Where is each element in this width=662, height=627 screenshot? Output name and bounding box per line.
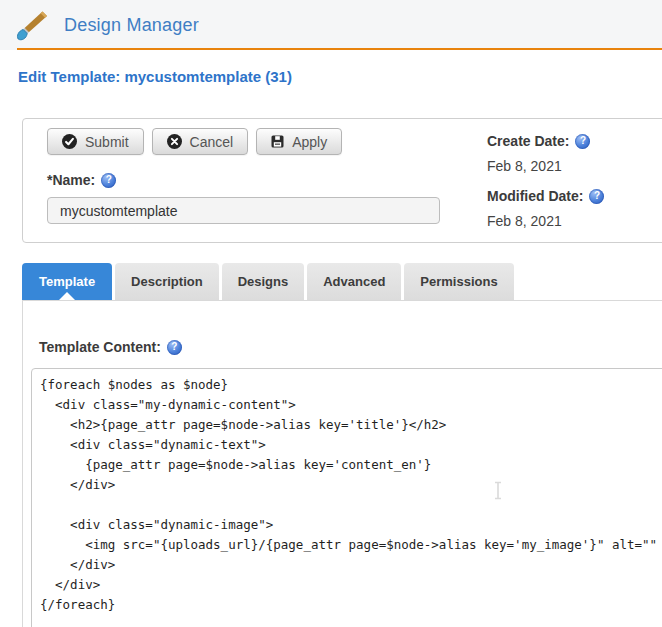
page-title: Edit Template: mycustomtemplate (31) bbox=[18, 68, 662, 88]
create-date-value: Feb 8, 2021 bbox=[487, 158, 604, 174]
x-circle-icon bbox=[167, 134, 182, 149]
tab-template[interactable]: Template bbox=[22, 263, 112, 300]
modified-date-group: Modified Date: ? Feb 8, 2021 bbox=[487, 188, 604, 229]
check-circle-icon bbox=[62, 134, 77, 149]
help-icon[interactable]: ? bbox=[589, 189, 604, 204]
apply-button-label: Apply bbox=[292, 134, 327, 150]
create-date-label: Create Date: ? bbox=[487, 133, 604, 149]
submit-button-label: Submit bbox=[85, 134, 129, 150]
help-icon[interactable]: ? bbox=[575, 134, 590, 149]
panel-right-column: Create Date: ? Feb 8, 2021 Modified Date… bbox=[463, 119, 604, 242]
cancel-button[interactable]: Cancel bbox=[152, 128, 249, 155]
action-button-row: Submit Cancel Apply bbox=[47, 128, 463, 155]
create-date-group: Create Date: ? Feb 8, 2021 bbox=[487, 133, 604, 174]
save-floppy-icon bbox=[271, 135, 284, 148]
template-content-label: Template Content: ? bbox=[39, 339, 662, 355]
template-content-textarea[interactable]: {foreach $nodes as $node} <div class="my… bbox=[31, 368, 662, 627]
template-code: {foreach $nodes as $node} <div class="my… bbox=[40, 375, 662, 615]
tab-permissions[interactable]: Permissions bbox=[404, 263, 513, 300]
name-field-label: *Name: ? bbox=[47, 172, 463, 188]
design-manager-page: Design Manager Edit Template: mycustomte… bbox=[0, 0, 662, 627]
tab-bar: Template Description Designs Advanced Pe… bbox=[22, 263, 662, 300]
template-tab-panel: Template Content: ? {foreach $nodes as $… bbox=[22, 300, 662, 627]
cancel-button-label: Cancel bbox=[190, 134, 234, 150]
tab-advanced[interactable]: Advanced bbox=[307, 263, 401, 300]
submit-button[interactable]: Submit bbox=[47, 128, 144, 155]
text-cursor bbox=[493, 481, 503, 500]
modified-date-label: Modified Date: ? bbox=[487, 188, 604, 204]
help-icon[interactable]: ? bbox=[167, 340, 182, 355]
apply-button[interactable]: Apply bbox=[256, 128, 342, 155]
modified-date-value: Feb 8, 2021 bbox=[487, 213, 604, 229]
header-divider bbox=[17, 48, 662, 50]
tab-designs[interactable]: Designs bbox=[222, 263, 305, 300]
app-title: Design Manager bbox=[64, 15, 199, 36]
name-input[interactable] bbox=[47, 197, 440, 224]
panel-left-column: Submit Cancel Apply bbox=[23, 119, 463, 242]
help-icon[interactable]: ? bbox=[101, 173, 116, 188]
app-header: Design Manager bbox=[0, 0, 662, 50]
tab-description[interactable]: Description bbox=[115, 263, 219, 300]
template-form-panel: Submit Cancel Apply bbox=[22, 118, 662, 243]
paintbrush-icon bbox=[14, 8, 50, 44]
